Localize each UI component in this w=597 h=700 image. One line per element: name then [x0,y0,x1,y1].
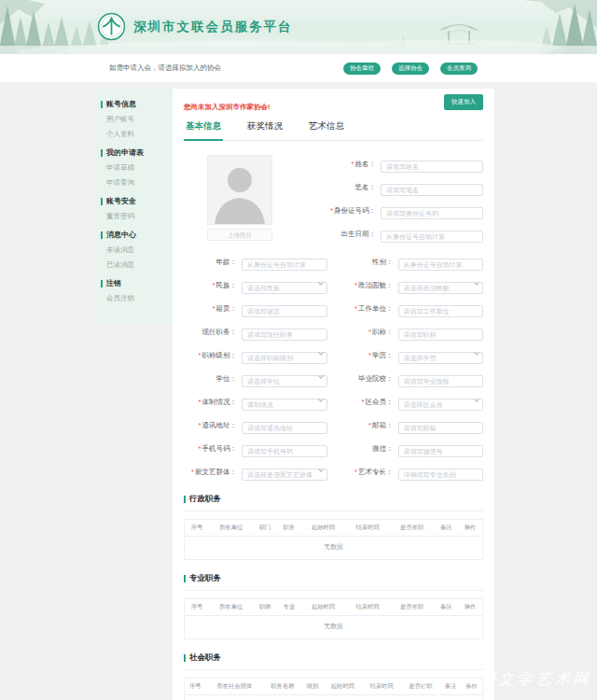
job-section-header: 行政职务 [184,494,483,511]
subnav-button[interactable]: 选择协会 [392,63,429,75]
identity-fields: *姓名： *笔名： *身份证号码： *出生日期： [272,155,483,243]
field-label: *邮箱： [340,421,398,430]
field-control [381,179,483,196]
table-header: 序号 [185,679,206,695]
form-field: *出生日期： [272,226,483,243]
field-control [242,301,327,317]
form-field: *学位： [184,371,327,387]
field-input[interactable] [398,282,484,294]
required-asterisk: * [199,444,201,453]
field-input[interactable] [242,399,327,411]
field-input[interactable] [242,329,327,341]
section-accent-bar [184,654,186,662]
job-table: 序号所在社会团体职务名称级别起始时间结束时间是否在职备注操作 无数据 [184,678,483,700]
field-input[interactable] [242,259,327,271]
field-input[interactable] [398,305,484,317]
table-header-row: 序号所在单位部门职务起始时间结束时间是否在职备注操作 [185,520,483,537]
sidebar-section-items: 重置密码 [93,212,173,221]
field-input[interactable] [242,282,327,294]
sidebar: 账号信息 用户账号个人资料 我的申请表 申请草稿申请查询 账号安全 重置密码 消… [93,89,173,324]
field-input[interactable] [242,422,327,434]
table-header: 职称 [254,599,278,616]
section-accent-bar [101,101,103,108]
tab[interactable]: 艺术信息 [307,117,346,140]
field-control [242,324,327,341]
field-input[interactable] [398,469,484,481]
field-label: *微信： [340,444,398,454]
form-field: *毕业院校： [340,371,484,387]
field-control [398,254,484,271]
tab[interactable]: 获奖情况 [245,117,285,140]
field-input[interactable] [381,161,483,173]
sidebar-section-title: 我的申请表 [106,147,144,158]
sidebar-section-title: 消息中心 [106,230,136,240]
job-section-title: 专业职务 [189,573,221,584]
field-input[interactable] [398,445,484,457]
photo-column: 上传照片 [207,155,272,243]
subnav-button[interactable]: 协会章程 [343,63,381,75]
subnav-button[interactable]: 会员查询 [440,63,478,75]
field-input[interactable] [242,469,327,481]
field-input[interactable] [242,445,327,457]
job-section-title: 社会职务 [189,652,221,664]
sidebar-section-header: 注销 [101,278,173,288]
tab[interactable]: 基本信息 [184,117,223,141]
sidebar-section-header: 我的申请表 [101,147,173,158]
required-asterisk: * [330,206,333,215]
sidebar-item[interactable]: 已读消息 [106,260,173,270]
field-label: *民族： [184,281,242,290]
sidebar-section: 账号安全 重置密码 [93,196,173,221]
field-control [398,394,484,411]
field-input[interactable] [398,352,484,364]
table-header: 级别 [302,679,323,695]
sidebar-item[interactable]: 申请草稿 [106,163,173,173]
field-control [242,347,327,364]
table-header: 是否在职 [390,520,435,537]
field-input[interactable] [381,184,483,196]
required-asterisk: * [368,351,371,359]
wenlian-logo-icon [97,12,126,41]
table-empty-row: 无数据 [185,695,483,700]
field-input[interactable] [398,375,484,387]
sidebar-section-header: 账号信息 [101,99,173,109]
sidebar-section-items: 会员注销 [93,294,173,303]
field-input[interactable] [398,329,484,341]
field-input[interactable] [398,259,484,271]
field-input[interactable] [381,231,483,243]
table-header: 备注 [440,679,461,695]
field-label: *性别： [340,258,398,267]
form-field: *区会员： [340,394,484,411]
sidebar-item[interactable]: 会员注销 [106,294,173,303]
sidebar-item[interactable]: 重置密码 [106,212,173,221]
field-input[interactable] [381,207,483,219]
table-header: 专业 [277,599,301,616]
field-label: *毕业院校： [340,374,398,384]
field-input[interactable] [398,399,484,411]
sidebar-item[interactable]: 申请查询 [106,178,173,188]
field-label: *现任职务： [184,328,242,337]
section-accent-bar [184,575,186,582]
sidebar-section-header: 消息中心 [101,230,173,240]
table-header: 操作 [458,520,483,537]
photo-placeholder [207,155,272,225]
field-control [381,226,483,243]
field-input[interactable] [242,305,327,317]
upload-photo-button[interactable]: 上传照片 [207,229,272,241]
field-control [242,417,327,434]
table-header: 部门 [254,520,278,537]
sidebar-item[interactable]: 用户账号 [106,115,173,124]
field-label: *新文艺群体： [184,468,242,477]
main-panel: 您尚未加入深圳市作家协会! 快速加入 基本信息获奖情况艺术信息 上传照片 *姓名… [173,89,494,700]
membership-notice: 您尚未加入深圳市作家协会! [184,103,271,111]
required-asterisk: * [213,304,215,313]
field-input[interactable] [242,352,327,364]
table-header: 备注 [434,599,458,616]
job-sections: 行政职务 序号所在单位部门职务起始时间结束时间是否在职备注操作 无数据 专业职务… [184,494,483,700]
sidebar-item[interactable]: 个人资料 [106,130,173,139]
field-control [398,464,484,481]
quick-join-button[interactable]: 快速加入 [444,94,483,110]
field-input[interactable] [398,422,484,434]
sidebar-item[interactable]: 未读消息 [106,245,173,255]
field-input[interactable] [242,375,327,387]
subnav-buttons: 协会章程选择协会会员查询 [343,63,478,75]
